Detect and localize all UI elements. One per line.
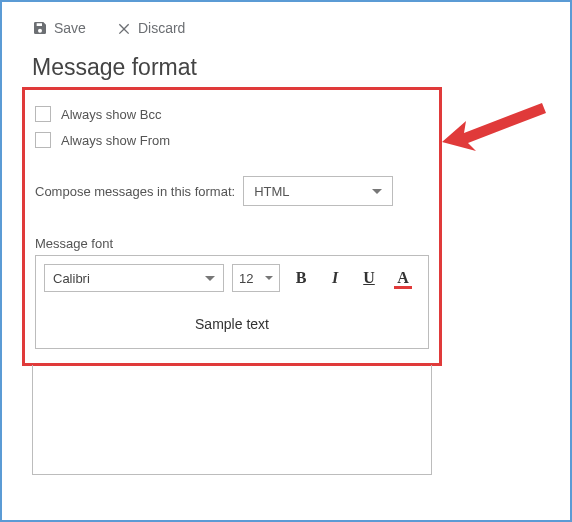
annotation-arrow-icon (442, 97, 562, 157)
always-show-bcc-checkbox[interactable] (35, 106, 51, 122)
preview-area (32, 365, 432, 475)
compose-format-select[interactable]: HTML (243, 176, 393, 206)
chevron-down-icon (205, 276, 215, 281)
save-label: Save (54, 20, 86, 36)
compose-format-row: Compose messages in this format: HTML (35, 176, 429, 206)
save-button[interactable]: Save (32, 20, 86, 36)
font-family-value: Calibri (53, 271, 90, 286)
discard-label: Discard (138, 20, 185, 36)
font-toolbar: Calibri 12 B I U A (36, 256, 428, 300)
always-show-from-checkbox[interactable] (35, 132, 51, 148)
font-size-value: 12 (239, 271, 253, 286)
always-show-from-row[interactable]: Always show From (35, 132, 429, 148)
page-title: Message format (32, 54, 540, 81)
compose-format-value: HTML (254, 184, 289, 199)
compose-format-label: Compose messages in this format: (35, 184, 235, 199)
underline-button[interactable]: U (356, 265, 382, 291)
always-show-bcc-row[interactable]: Always show Bcc (35, 106, 429, 122)
toolbar: Save Discard (32, 20, 540, 36)
message-font-label: Message font (35, 236, 429, 251)
save-icon (32, 20, 48, 36)
discard-button[interactable]: Discard (116, 20, 185, 36)
svg-marker-0 (442, 103, 546, 151)
font-color-button[interactable]: A (390, 265, 416, 291)
font-size-select[interactable]: 12 (232, 264, 280, 292)
always-show-bcc-label: Always show Bcc (61, 107, 161, 122)
message-font-panel: Calibri 12 B I U A Sample text (35, 255, 429, 349)
always-show-from-label: Always show From (61, 133, 170, 148)
bold-button[interactable]: B (288, 265, 314, 291)
font-family-select[interactable]: Calibri (44, 264, 224, 292)
highlight-annotation: Always show Bcc Always show From Compose… (22, 87, 442, 366)
chevron-down-icon (265, 276, 273, 280)
italic-button[interactable]: I (322, 265, 348, 291)
sample-text: Sample text (36, 300, 428, 348)
discard-icon (116, 20, 132, 36)
chevron-down-icon (372, 189, 382, 194)
